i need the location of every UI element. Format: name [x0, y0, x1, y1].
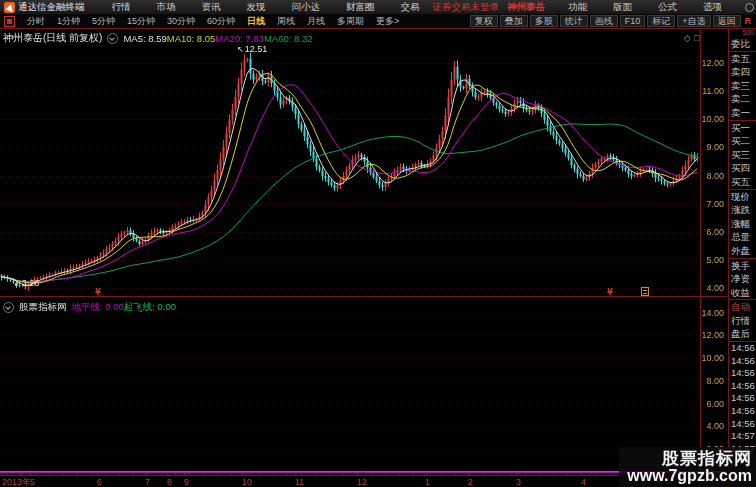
period-tab-7[interactable]: 周线 [277, 16, 295, 26]
indicator-header: 股票指标网 地平线: 0.00起飞线: 0.00 [3, 301, 176, 314]
menu-item-6[interactable]: 交易 [401, 1, 420, 12]
low-price-annotation: 3.26 [14, 278, 39, 288]
period-tab-8[interactable]: 月线 [307, 16, 325, 26]
quote-row-15: 外盘 [729, 244, 756, 258]
menu-item-2[interactable]: 资讯 [202, 1, 221, 12]
quote-panel: 500 委比卖五卖四卖三卖二卖一买一买二买三买四买五现价涨跌涨幅总量外盘换手净资… [728, 29, 756, 487]
ma-values: MA5: 8.59MA10: 8.05MA20: 7.83MA60: 8.32 [123, 33, 312, 44]
toolbar-right: 复权叠加多股统计画线F10标记+自选返回 R [468, 16, 754, 26]
quote-row-18: 收益 [729, 286, 756, 300]
quote-row-21[interactable]: 盘后 [729, 327, 756, 341]
main-menu: 行情市场资讯发现问小达财富圈交易 [99, 1, 433, 14]
app-logo-icon [4, 2, 15, 13]
right-menu-item-3[interactable]: 选项 [703, 1, 722, 12]
period-tab-3[interactable]: 15分钟 [127, 16, 155, 26]
tick-time-7: 14:57 [729, 430, 756, 443]
right-menu: 功能版面公式选项 [555, 1, 735, 14]
toolbar-button-2[interactable]: 多股 [530, 15, 558, 27]
period-tab-9[interactable]: 多周期 [337, 16, 364, 26]
login-status[interactable]: 证券交易未登录 [433, 1, 500, 14]
watermark: 股票指标网 www.7gpzb.com [619, 447, 756, 487]
ma-value-2: MA20: 7.83 [215, 33, 264, 44]
market-icon[interactable] [4, 16, 15, 27]
popup-window-icon[interactable]: □ [695, 33, 704, 43]
toolbar-button-3[interactable]: 统计 [560, 15, 588, 27]
menu-item-1[interactable]: 市场 [157, 1, 176, 12]
quote-top-value: 500 [729, 29, 756, 37]
ma-value-0: MA5: 8.59 [123, 33, 166, 44]
period-tab-0[interactable]: 分时 [27, 16, 45, 26]
quote-row-9: 买四 [729, 161, 756, 175]
quote-row-20[interactable]: 行情 [729, 314, 756, 328]
period-tabs: 分时1分钟5分钟15分钟30分钟60分钟日线周线月线多周期更多> [21, 15, 405, 28]
quote-row-13: 涨幅 [729, 217, 756, 231]
quote-row-19[interactable]: 自动 [729, 299, 756, 314]
period-tab-5[interactable]: 60分钟 [207, 16, 235, 26]
menu-item-3[interactable]: 发现 [247, 1, 266, 12]
tick-time-3: 14:56 [729, 380, 756, 393]
toolbar-buttons: 复权叠加多股统计画线F10标记+自选返回 [468, 16, 741, 26]
quote-row-12: 涨跌 [729, 203, 756, 217]
quote-row-10: 买五 [729, 175, 756, 189]
titlebar-icons [745, 2, 756, 13]
quote-row-16: 换手 [729, 258, 756, 273]
tick-time-4: 14:56 [729, 392, 756, 405]
candlestick-chart-canvas[interactable] [0, 29, 756, 487]
toolbar-button-1[interactable]: 叠加 [500, 15, 528, 27]
indicator-collapse-chevron-icon[interactable] [3, 302, 14, 313]
quote-row-2: 卖四 [729, 65, 756, 79]
right-menu-item-0[interactable]: 功能 [568, 1, 587, 12]
tick-time-0: 14:56 [729, 341, 756, 355]
refresh-icon[interactable] [745, 3, 754, 12]
quote-row-14: 总量 [729, 230, 756, 244]
tick-time-5: 14:56 [729, 405, 756, 418]
current-stock-name[interactable]: 神州泰岳 [507, 1, 545, 14]
toolbar-button-8[interactable]: 返回 [713, 15, 741, 27]
chart-title: 神州泰岳(日线 前复权) [3, 31, 102, 45]
indicator-source: 股票指标网 [19, 301, 67, 314]
toolbar-button-5[interactable]: F10 [620, 15, 646, 27]
tick-time-2: 14:56 [729, 367, 756, 380]
menu-item-4[interactable]: 问小达 [292, 1, 321, 12]
collapse-chevron-icon[interactable] [107, 33, 118, 44]
period-tab-10[interactable]: 更多> [376, 16, 399, 26]
quote-row-7: 买二 [729, 134, 756, 148]
app-title: 通达信金融终端 [18, 1, 85, 14]
period-tab-6[interactable]: 日线 [247, 16, 265, 26]
quote-row-5: 卖一 [729, 106, 756, 120]
quote-row-1: 卖五 [729, 51, 756, 66]
period-tab-2[interactable]: 5分钟 [92, 16, 115, 26]
quote-row-4: 卖二 [729, 92, 756, 106]
indicator-values: 地平线: 0.00起飞线: 0.00 [72, 301, 177, 314]
quote-rows: 委比卖五卖四卖三卖二卖一买一买二买三买四买五现价涨跌涨幅总量外盘换手净资收益自动… [729, 37, 756, 455]
quote-row-8: 买三 [729, 148, 756, 162]
toolbar-button-7[interactable]: +自选 [677, 15, 710, 27]
watermark-site-name: 股票指标网 [627, 450, 752, 468]
toolbar-button-6[interactable]: 标记 [647, 15, 675, 27]
quote-row-0: 委比 [729, 37, 756, 51]
toolbar-button-4[interactable]: 画线 [590, 15, 618, 27]
pane-corner-icons: ◇□ [684, 33, 704, 43]
period-tab-4[interactable]: 30分钟 [167, 16, 195, 26]
right-menu-item-2[interactable]: 公式 [658, 1, 677, 12]
titlebar: 通达信金融终端 行情市场资讯发现问小达财富圈交易 证券交易未登录 神州泰岳 功能… [0, 0, 756, 14]
menu-item-5[interactable]: 财富圈 [346, 1, 375, 12]
indicator-value-1: 起飞线: 0.00 [124, 301, 176, 312]
menu-item-0[interactable]: 行情 [112, 1, 131, 12]
r-badge[interactable]: R [745, 16, 752, 26]
quote-row-6: 买一 [729, 120, 756, 135]
indicator-value-0: 地平线: 0.00 [72, 301, 124, 312]
right-menu-item-1[interactable]: 版面 [613, 1, 632, 12]
toolbar-button-0[interactable]: 复权 [470, 15, 498, 27]
ma-value-1: MA10: 8.05 [167, 33, 216, 44]
period-tab-1[interactable]: 1分钟 [57, 16, 80, 26]
diamond-icon[interactable]: ◇ [684, 33, 695, 43]
period-toolbar: 分时1分钟5分钟15分钟30分钟60分钟日线周线月线多周期更多> 复权叠加多股统… [0, 14, 756, 29]
quote-row-11: 现价 [729, 189, 756, 204]
quote-row-17: 净资 [729, 272, 756, 286]
watermark-url: www.7gpzb.com [627, 468, 752, 485]
quote-row-3: 卖三 [729, 79, 756, 93]
chart-area: 神州泰岳(日线 前复权) MA5: 8.59MA10: 8.05MA20: 7.… [0, 29, 756, 487]
tick-time-6: 14:56 [729, 418, 756, 431]
tick-time-1: 14:56 [729, 355, 756, 368]
